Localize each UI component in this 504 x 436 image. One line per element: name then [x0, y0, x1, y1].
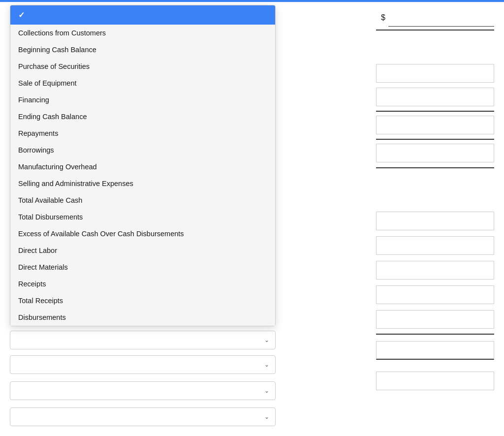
- dropdown-item-sale-equipment[interactable]: Sale of Equipment: [10, 75, 275, 92]
- checkmark-icon: ✓: [18, 10, 25, 20]
- input-box-7[interactable]: [376, 261, 494, 280]
- top-border: [0, 0, 504, 2]
- dropdown-item-financing[interactable]: Financing: [10, 92, 275, 108]
- separator-2: [376, 111, 494, 112]
- top-dollar-input[interactable]: [388, 9, 494, 27]
- dropdown-selected-item[interactable]: ✓: [10, 5, 275, 25]
- dropdown-item-disbursements[interactable]: Disbursements: [10, 309, 275, 326]
- dropdown-collapsed-5[interactable]: ⌄: [10, 381, 276, 400]
- dropdown-item-selling-admin[interactable]: Selling and Administrative Expenses: [10, 175, 275, 192]
- dropdown-collapsed-3[interactable]: ⌄: [10, 331, 276, 349]
- dropdown-collapsed-6[interactable]: ⌄: [10, 407, 276, 426]
- input-box-4[interactable]: [376, 144, 494, 162]
- dropdown-item-total-disbursements[interactable]: Total Disbursements: [10, 209, 275, 225]
- dropdown-item-excess-available-cash[interactable]: Excess of Available Cash Over Cash Disbu…: [10, 225, 275, 242]
- dropdown-item-direct-materials[interactable]: Direct Materials: [10, 259, 275, 276]
- separator-1: [376, 30, 494, 31]
- dropdown-item-purchase-securities[interactable]: Purchase of Securities: [10, 58, 275, 75]
- dropdown-open-menu: ✓ Collections from Customers Beginning C…: [10, 5, 276, 326]
- input-box-9[interactable]: [376, 310, 494, 329]
- input-box-3[interactable]: [376, 116, 494, 134]
- input-box-10[interactable]: [376, 341, 494, 360]
- chevron-down-icon-3: ⌄: [264, 337, 269, 343]
- input-box-8[interactable]: [376, 285, 494, 304]
- chevron-down-icon-4: ⌄: [264, 361, 269, 368]
- dropdown-item-direct-labor[interactable]: Direct Labor: [10, 242, 275, 259]
- dropdown-item-receipts[interactable]: Receipts: [10, 276, 275, 292]
- dropdown-item-borrowings[interactable]: Borrowings: [10, 142, 275, 158]
- input-box-6[interactable]: [376, 236, 494, 255]
- dropdown-item-beginning-cash[interactable]: Beginning Cash Balance: [10, 41, 275, 58]
- dropdown-item-total-receipts[interactable]: Total Receipts: [10, 292, 275, 309]
- dollar-input-row: $: [381, 9, 494, 27]
- dollar-sign: $: [381, 13, 385, 22]
- dropdown-item-total-available-cash[interactable]: Total Available Cash: [10, 192, 275, 209]
- dropdown-item-manufacturing-overhead[interactable]: Manufacturing Overhead: [10, 158, 275, 175]
- separator-5: [376, 334, 494, 335]
- chevron-down-icon-6: ⌄: [264, 413, 269, 420]
- separator-3: [376, 139, 494, 140]
- page-container: ✓ Collections from Customers Beginning C…: [0, 0, 504, 436]
- input-box-11[interactable]: [376, 372, 494, 390]
- input-box-2[interactable]: [376, 88, 494, 106]
- chevron-down-icon-5: ⌄: [264, 387, 269, 394]
- input-box-1[interactable]: [376, 64, 494, 83]
- dropdown-item-ending-cash[interactable]: Ending Cash Balance: [10, 108, 275, 125]
- dropdown-item-repayments[interactable]: Repayments: [10, 125, 275, 142]
- separator-4: [376, 167, 494, 168]
- input-box-5[interactable]: [376, 212, 494, 230]
- dropdown-collapsed-4[interactable]: ⌄: [10, 355, 276, 374]
- dropdown-item-collections[interactable]: Collections from Customers: [10, 25, 275, 41]
